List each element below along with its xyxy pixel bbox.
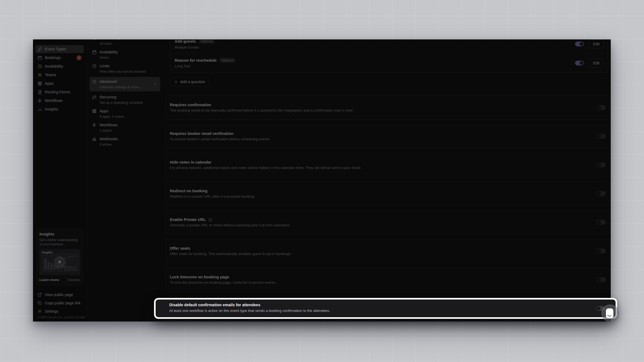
nav-item-advanced[interactable]: Advanced Calendar settings & more... [89, 77, 160, 91]
booker-email-verification-toggle[interactable] [597, 134, 606, 139]
edit-button[interactable]: Edit [588, 58, 604, 68]
sidebar-item-insights[interactable]: Insights [35, 105, 84, 113]
requires-confirmation-toggle[interactable] [597, 105, 606, 110]
nav-item-title: Limits [100, 64, 110, 68]
dismiss-link[interactable]: Dismiss [68, 278, 80, 282]
copy-icon [38, 301, 42, 305]
sidebar-item-label: Teams [45, 73, 82, 77]
setting-title: Lock timezone on booking page [170, 275, 229, 279]
offer-seats-toggle[interactable] [597, 249, 606, 253]
hide-notes-toggle[interactable] [597, 162, 606, 167]
bar-chart-icon [38, 107, 42, 112]
toggle-knob [597, 134, 601, 138]
toggle-knob [597, 106, 601, 109]
page-background: Event Types Bookings 1 Availability Team… [0, 0, 644, 362]
sidebar-item-teams[interactable]: Teams [35, 71, 84, 79]
sidebar-item-event-types[interactable]: Event Types [35, 45, 84, 53]
setting-requires-booker-email-verification: Requires booker email verification To en… [165, 124, 610, 148]
nav-item-event-setup[interactable]: Event Setup 15 mins [92, 39, 158, 46]
booking-questions-card: Add guests Optional Multiple Emails Edit… [170, 39, 608, 72]
setting-title: Redirect on booking [170, 189, 207, 193]
disable-confirmation-emails-toggle[interactable] [596, 306, 605, 311]
enable-private-url-toggle[interactable] [597, 220, 606, 225]
toggle-knob [597, 278, 601, 282]
setting-description: Redirect to a custom URL after a success… [170, 194, 597, 198]
reason-for-reschedule-toggle[interactable] [575, 61, 584, 65]
sidebar-item-apps[interactable]: Apps [35, 79, 84, 87]
nav-item-webhooks[interactable]: Webhooks 0 active [92, 136, 158, 147]
sidebar-item-label: Insights [45, 107, 82, 111]
add-guests-toggle[interactable] [575, 42, 584, 46]
sidebar-item-label: Bookings [45, 56, 74, 60]
bookings-count-badge: 1 [76, 55, 82, 60]
grid-icon [38, 81, 42, 86]
sidebar-item-bookings[interactable]: Bookings 1 [35, 54, 84, 62]
nav-item-apps[interactable]: Apps 5 apps, 0 active [92, 108, 158, 119]
add-question-button[interactable]: Add a question [170, 77, 209, 86]
sliders-icon [92, 79, 97, 84]
app-window: Event Types Bookings 1 Availability Team… [33, 39, 611, 322]
gear-icon [92, 39, 97, 40]
question-row-reason-for-reschedule: Reason for reschedule Optional Long Text… [170, 53, 608, 72]
nav-item-subtitle: 1 active [100, 128, 158, 133]
nav-item-subtitle: Demo [100, 55, 158, 60]
nav-item-title: Webhooks [100, 137, 118, 141]
toggle-knob [597, 163, 601, 167]
nav-item-limits[interactable]: Limits How often you can be booked [92, 63, 158, 74]
nav-item-title: Event Setup [100, 39, 121, 40]
setting-title: Requires confirmation [170, 103, 211, 107]
calendar-icon [92, 50, 97, 54]
sidebar-item-routing-forms[interactable]: Routing Forms [35, 88, 84, 96]
footer-link-label: View public page [45, 293, 73, 297]
nav-item-availability[interactable]: Availability Demo [92, 49, 158, 60]
setting-enable-private-url: Enable Private URL Generate a private UR… [165, 210, 610, 234]
setting-title: Offer seats [170, 246, 190, 250]
nav-item-subtitle: How often you can be booked [100, 69, 158, 74]
copy-public-page-link[interactable]: Copy public page link [35, 299, 84, 307]
question-type: Multiple Emails [175, 45, 575, 49]
external-link-icon [38, 293, 42, 297]
thumbnail-title: Insights [42, 251, 53, 254]
repeat-icon [92, 95, 97, 99]
question-row-add-guests: Add guests Optional Multiple Emails Edit [170, 39, 608, 53]
nav-item-subtitle: 5 apps, 0 active [100, 114, 158, 119]
edit-button[interactable]: Edit [588, 39, 604, 49]
view-public-page-link[interactable]: View public page [35, 290, 84, 299]
chevron-right-icon [153, 82, 157, 86]
plus-icon [174, 80, 178, 84]
advanced-settings-panel: Add guests Optional Multiple Emails Edit… [162, 39, 611, 322]
cursor-icon [606, 308, 613, 318]
avatar-dots [64, 269, 78, 271]
setting-description: Generate a private URL to share without … [170, 223, 597, 227]
sidebar-item-label: Availability [45, 64, 82, 68]
lock-timezone-toggle[interactable] [597, 277, 606, 282]
insights-card-title: Insights [39, 232, 80, 236]
sidebar: Event Types Bookings 1 Availability Team… [33, 39, 86, 322]
sidebar-item-label: Workflows [45, 98, 82, 103]
setting-description: To ensure booker's email verification be… [170, 137, 597, 141]
sidebar-item-workflows[interactable]: Workflows [35, 97, 84, 105]
sidebar-item-availability[interactable]: Availability [35, 62, 84, 70]
optional-badge: Optional [199, 39, 215, 44]
setting-description: To lock the timezone on booking page, us… [170, 280, 597, 285]
insights-promo-card: Insights Get a better understanding of y… [36, 229, 83, 285]
nav-item-workflows[interactable]: Workflows 1 active [92, 122, 158, 133]
nav-item-subtitle: Set up a repeating schedule [100, 100, 158, 105]
nav-item-recurring[interactable]: Recurring Set up a repeating schedule [92, 94, 158, 105]
sidebar-item-label: Routing Forms [45, 90, 82, 94]
setting-description: The booking needs to be manually confirm… [170, 108, 597, 112]
info-icon[interactable] [208, 218, 212, 222]
toggle-knob [580, 61, 583, 65]
toggle-knob [597, 249, 601, 253]
learn-more-link[interactable]: Learn more [39, 278, 59, 282]
nav-item-title: Advanced [100, 79, 117, 84]
insights-video-thumbnail[interactable]: Insights [39, 249, 80, 275]
setting-description: Offer seats for booking. This automatica… [170, 252, 597, 256]
sidebar-item-label: Apps [45, 81, 82, 86]
sidebar-nav: Event Types Bookings 1 Availability Team… [33, 39, 86, 113]
footer-link-label: Settings [45, 309, 58, 313]
setting-title: Enable Private URL [170, 217, 206, 222]
settings-link[interactable]: Settings [35, 307, 84, 315]
redirect-on-booking-toggle[interactable] [597, 191, 606, 196]
setting-description: For privacy reasons, additional inputs a… [170, 166, 597, 170]
